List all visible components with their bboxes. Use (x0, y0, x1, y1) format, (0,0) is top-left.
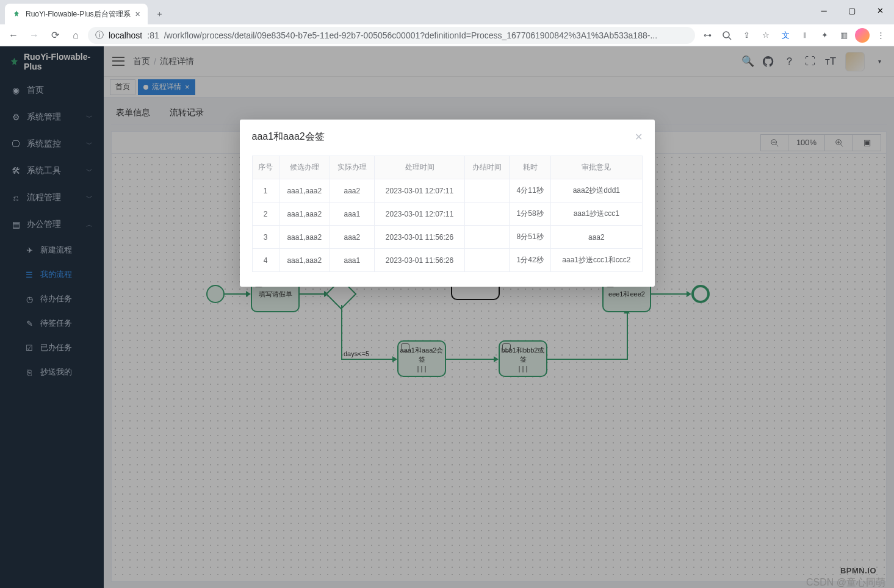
browser-menu-icon[interactable]: ⋮ (872, 27, 889, 44)
sidebar-icon[interactable]: ▥ (835, 27, 853, 44)
profile-avatar[interactable] (855, 28, 870, 43)
browser-toolbar: ← → ⟳ ⌂ ⓘ localhost:81/workflow/process/… (0, 24, 894, 46)
th-assignee: 实际办理 (330, 156, 374, 179)
task-detail-modal: aaa1和aaa2会签 ✕ 序号 候选办理 实际办理 处理时间 办结时间 耗时 … (240, 120, 655, 287)
nav-forward-button[interactable]: → (26, 27, 43, 44)
share-icon[interactable]: ⇪ (738, 27, 755, 44)
table-row: 4aaa1,aaa2aaa12023-03-01 11:56:261分42秒aa… (252, 249, 642, 272)
modal-close-button[interactable]: ✕ (635, 131, 643, 143)
nav-home-button[interactable]: ⌂ (67, 27, 84, 44)
tab-title: RuoYi-Flowable-Plus后台管理系 (26, 9, 131, 20)
password-icon[interactable]: ⊶ (699, 27, 716, 44)
table-row: 2aaa1,aaa2aaa12023-03-01 12:07:111分58秒aa… (252, 203, 642, 226)
url-path: /workflow/process/detail/09e83540-b7e5-1… (164, 30, 657, 40)
new-tab-button[interactable]: ＋ (151, 5, 168, 23)
window-minimize-button[interactable]: ─ (810, 1, 838, 20)
leaf-icon (12, 10, 21, 18)
th-comment: 审批意见 (551, 156, 642, 179)
window-controls: ─ ▢ ✕ (810, 0, 894, 21)
task-history-table: 序号 候选办理 实际办理 处理时间 办结时间 耗时 审批意见 1aaa1,aaa… (252, 156, 643, 272)
puzzle-icon[interactable]: ✦ (816, 27, 833, 44)
url-host: localhost (109, 30, 142, 40)
th-duration: 耗时 (510, 156, 551, 179)
th-candidate: 候选办理 (279, 156, 330, 179)
nav-back-button[interactable]: ← (5, 27, 22, 44)
browser-tab[interactable]: RuoYi-Flowable-Plus后台管理系 × (5, 4, 148, 24)
ext-icon[interactable]: ⫴ (796, 27, 813, 44)
table-row: 3aaa1,aaa2aaa22023-03-01 11:56:268分51秒aa… (252, 226, 642, 249)
svg-line-1 (729, 37, 731, 40)
window-maximize-button[interactable]: ▢ (838, 1, 866, 20)
site-info-icon[interactable]: ⓘ (95, 30, 104, 41)
th-end-time: 办结时间 (465, 156, 510, 179)
zoom-icon[interactable] (718, 27, 735, 44)
th-index: 序号 (252, 156, 279, 179)
modal-title: aaa1和aaa2会签 (252, 131, 325, 143)
th-handle-time: 处理时间 (374, 156, 465, 179)
window-close-button[interactable]: ✕ (866, 1, 894, 20)
table-row: 1aaa1,aaa2aaa22023-03-01 12:07:114分11秒aa… (252, 179, 642, 203)
bookmark-star-icon[interactable]: ☆ (757, 27, 774, 44)
address-bar[interactable]: ⓘ localhost:81/workflow/process/detail/0… (88, 27, 695, 44)
url-port: :81 (147, 30, 159, 40)
translate-icon[interactable]: ⽂ (777, 27, 794, 44)
svg-point-0 (723, 32, 729, 38)
browser-tabstrip: RuoYi-Flowable-Plus后台管理系 × ＋ ─ ▢ ✕ (0, 0, 894, 24)
nav-reload-button[interactable]: ⟳ (46, 27, 63, 44)
tab-close-icon[interactable]: × (135, 9, 140, 19)
